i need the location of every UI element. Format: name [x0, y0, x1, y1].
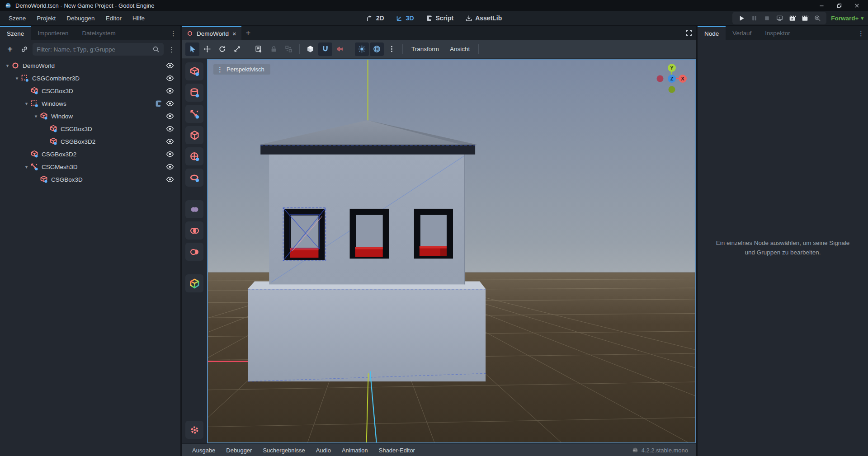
menu-projekt[interactable]: Projekt [32, 13, 61, 24]
tree-node-label: CSGCombiner3D [32, 75, 80, 82]
tree-node-window[interactable]: ▾ Window [0, 110, 180, 122]
renderer-select[interactable]: Forward+ ▾ [831, 15, 863, 22]
rotate-tool-button[interactable] [215, 42, 229, 56]
tab-menu-icon[interactable]: ⋮ [855, 30, 867, 37]
select-tool-button[interactable] [185, 42, 199, 56]
tab-node[interactable]: Node [698, 26, 726, 40]
collapse-arrow-icon[interactable]: ▾ [23, 101, 30, 107]
camera-preview-button[interactable] [333, 42, 347, 56]
script-badge-icon[interactable] [155, 100, 162, 108]
visibility-eye-icon[interactable] [166, 112, 174, 120]
gridmap-button[interactable] [185, 274, 203, 292]
csg-cylinder-button[interactable] [185, 84, 203, 102]
tab-dateisystem[interactable]: Dateisystem [75, 26, 123, 40]
add-node-button[interactable]: + [4, 43, 16, 56]
csg-mesh-button[interactable] [185, 105, 203, 123]
more-options-button[interactable] [385, 42, 399, 56]
play-button[interactable] [736, 13, 747, 23]
tab-menu-icon[interactable]: ⋮ [167, 30, 179, 37]
tree-node-csgcombiner3d[interactable]: ▾ CSGCombiner3D [0, 72, 180, 85]
bottom-tab-animation[interactable]: Animation [337, 447, 373, 454]
visibility-eye-icon[interactable] [166, 163, 174, 171]
play-custom-scene-button[interactable] [799, 13, 810, 23]
tree-node-demoworld[interactable]: ▾ DemoWorld [0, 59, 180, 72]
editor-switch-script[interactable]: Script [423, 13, 457, 23]
move-tool-button[interactable] [200, 42, 214, 56]
lock-selected-button[interactable] [267, 42, 281, 56]
scale-tool-button[interactable] [230, 42, 244, 56]
pause-button[interactable] [749, 13, 760, 23]
menu-editor[interactable]: Editor [101, 13, 127, 24]
bottom-tab-suchergebnisse[interactable]: Suchergebnisse [258, 447, 310, 454]
close-button[interactable] [854, 3, 860, 9]
bottom-tab-shader-editor[interactable]: Shader-Editor [374, 447, 420, 454]
collapse-arrow-icon[interactable]: ▾ [23, 164, 30, 170]
tree-node-csgbox3d[interactable]: CSGBox3D [0, 122, 180, 135]
tree-node-csgbox3d2[interactable]: CSGBox3D2 [0, 135, 180, 148]
collapse-arrow-icon[interactable]: ▾ [4, 63, 11, 69]
bottom-tab-audio[interactable]: Audio [311, 447, 336, 454]
scene-filter-input[interactable]: Filter: Name, t:Typ, g:Gruppe [33, 43, 164, 56]
expand-viewport-button[interactable] [683, 27, 695, 39]
movie-maker-button[interactable] [812, 13, 823, 23]
tree-node-windows[interactable]: ▾ Windows [0, 97, 180, 110]
editor-switch-assetlib[interactable]: AssetLib [462, 13, 505, 23]
menu-debuggen[interactable]: Debuggen [61, 13, 99, 24]
bottom-tab-ausgabe[interactable]: Ausgabe [187, 447, 220, 454]
visibility-eye-icon[interactable] [166, 87, 174, 95]
tree-node-csgbox3d[interactable]: CSGBox3D [0, 85, 180, 97]
sun-settings-button[interactable] [355, 42, 369, 56]
bottom-tab-debugger[interactable]: Debugger [221, 447, 257, 454]
tab-szene[interactable]: Szene [0, 26, 31, 40]
minimize-button[interactable] [819, 3, 825, 9]
op-intersection-button[interactable] [185, 221, 203, 240]
collapse-arrow-icon[interactable]: ▾ [13, 75, 21, 81]
csg-sphere-button[interactable] [185, 147, 203, 165]
csg-box-button[interactable] [185, 62, 203, 80]
tree-node-csgbox3d[interactable]: CSGBox3D [0, 173, 180, 186]
csg-settings-button[interactable] [185, 421, 203, 439]
tab-inspektor[interactable]: Inspektor [758, 26, 797, 40]
tab-importieren[interactable]: Importieren [31, 26, 75, 40]
op-union-button[interactable] [185, 200, 203, 218]
axis-gizmo[interactable]: Y X Z [655, 61, 689, 96]
snap-toggle-button[interactable] [318, 42, 332, 56]
visibility-eye-icon[interactable] [166, 137, 174, 146]
csg-polygon-icon [189, 130, 200, 141]
restore-button[interactable] [836, 3, 842, 9]
editor-switch-2d[interactable]: 2D [363, 13, 387, 23]
play-scene-button[interactable] [787, 13, 797, 23]
visibility-eye-icon[interactable] [166, 175, 174, 183]
tree-node-csgbox3d2[interactable]: CSGBox3D2 [0, 148, 180, 160]
viewport-3d[interactable]: ⋮ Perspektivisch Y X Z [207, 59, 696, 443]
op-subtraction-button[interactable] [185, 243, 203, 261]
visibility-eye-icon[interactable] [166, 74, 174, 82]
perspective-menu[interactable]: ⋮ Perspektivisch [213, 64, 270, 75]
scene-tree-menu-button[interactable]: ⋮ [165, 46, 178, 53]
tree-node-csgmesh3d[interactable]: ▾ CSGMesh3D [0, 160, 180, 173]
visibility-eye-icon[interactable] [166, 150, 174, 158]
editor-switch-3d[interactable]: 3D [393, 13, 417, 23]
environment-settings-button[interactable] [370, 42, 384, 56]
csg-polygon-button[interactable] [185, 126, 203, 144]
menu-szene[interactable]: Szene [4, 13, 31, 24]
viewport-menu-ansicht[interactable]: Ansicht [445, 44, 475, 54]
new-scene-tab-button[interactable]: + [241, 26, 255, 40]
close-icon[interactable]: × [232, 30, 236, 38]
csg-torus-button[interactable] [185, 169, 203, 187]
collapse-arrow-icon[interactable]: ▾ [32, 113, 40, 119]
visibility-eye-icon[interactable] [166, 99, 174, 108]
stop-button[interactable] [761, 13, 772, 23]
tab-verlauf[interactable]: Verlauf [726, 26, 758, 40]
visibility-eye-icon[interactable] [166, 61, 174, 70]
group-selected-button[interactable] [282, 42, 296, 56]
instance-scene-button[interactable] [18, 43, 31, 56]
menu-hilfe[interactable]: Hilfe [127, 13, 150, 24]
local-space-button[interactable] [303, 42, 317, 56]
scene-tab-demoworld[interactable]: DemoWorld × [182, 26, 241, 40]
version-label: 4.2.2.stable.mono [642, 447, 688, 454]
list-select-tool-button[interactable] [252, 42, 266, 56]
play-remote-button[interactable] [774, 13, 785, 23]
viewport-menu-transform[interactable]: Transform [406, 44, 444, 54]
visibility-eye-icon[interactable] [166, 125, 174, 133]
